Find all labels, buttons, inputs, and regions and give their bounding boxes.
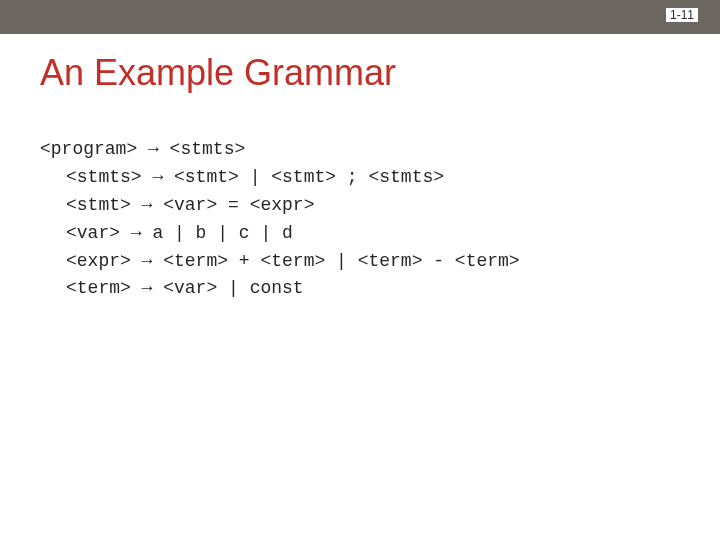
top-bar: [0, 0, 720, 34]
grammar-line: <stmt> → <var> = <expr>: [40, 192, 680, 220]
grammar-line: <expr> → <term> + <term> | <term> - <ter…: [40, 248, 680, 276]
page-number: 1-11: [666, 8, 698, 22]
grammar-body: <program> → <stmts> <stmts> → <stmt> | <…: [40, 136, 680, 303]
slide-title: An Example Grammar: [40, 52, 396, 94]
grammar-line: <term> → <var> | const: [40, 275, 680, 303]
grammar-line: <program> → <stmts>: [40, 136, 680, 164]
slide: 1-11 An Example Grammar <program> → <stm…: [0, 0, 720, 540]
grammar-line: <var> → a | b | c | d: [40, 220, 680, 248]
grammar-line: <stmts> → <stmt> | <stmt> ; <stmts>: [40, 164, 680, 192]
